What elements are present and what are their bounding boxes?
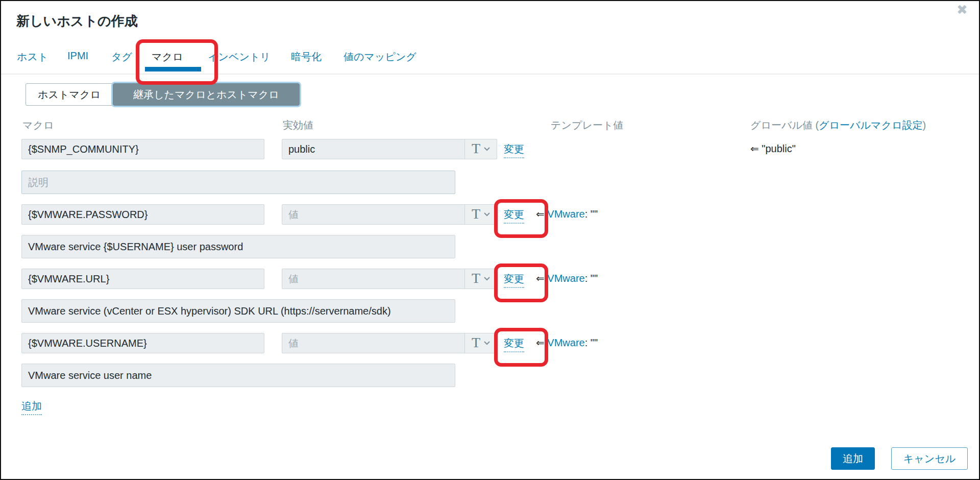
template-arrow: ⇐ bbox=[536, 337, 545, 348]
global-arrow: ⇐ bbox=[750, 143, 759, 154]
column-header-macro: マクロ bbox=[22, 118, 54, 132]
global-value-label: グローバル値 ( bbox=[750, 119, 819, 131]
column-header-global-value: グローバル値 (グローバルマクロ設定) bbox=[750, 118, 926, 132]
page-title: 新しいホストの作成 bbox=[16, 12, 138, 30]
template-vmware-link[interactable]: VMware bbox=[547, 208, 584, 220]
macro-name-input[interactable] bbox=[21, 333, 264, 353]
value-type-dropdown[interactable]: T bbox=[464, 205, 497, 224]
global-value-label-close: ) bbox=[922, 119, 926, 131]
chevron-down-icon bbox=[484, 277, 490, 281]
template-empty-value: : "" bbox=[585, 273, 598, 284]
macro-description-input[interactable]: VMware service user name bbox=[21, 364, 455, 387]
tab-tags[interactable]: タグ bbox=[111, 50, 132, 64]
tab-inventory[interactable]: インベントリ bbox=[208, 50, 271, 64]
tab-host[interactable]: ホスト bbox=[17, 50, 48, 64]
change-link[interactable]: 変更 bbox=[504, 337, 524, 352]
active-tab-indicator bbox=[145, 67, 201, 71]
toggle-host-macros[interactable]: ホストマクロ bbox=[26, 83, 113, 106]
add-macro-link[interactable]: 追加 bbox=[21, 399, 42, 415]
template-arrow: ⇐ bbox=[536, 208, 545, 220]
text-type-icon: T bbox=[472, 271, 480, 285]
chevron-down-icon bbox=[484, 341, 490, 345]
tab-ipmi[interactable]: IPMI bbox=[67, 50, 88, 62]
macro-description-input[interactable]: VMware service (vCenter or ESX hyperviso… bbox=[21, 299, 455, 323]
template-arrow: ⇐ bbox=[536, 273, 545, 284]
tab-separator bbox=[1, 74, 979, 75]
macro-value-input[interactable] bbox=[282, 139, 464, 159]
change-link[interactable]: 変更 bbox=[504, 142, 524, 158]
macro-value-group: T bbox=[282, 269, 497, 289]
text-type-icon: T bbox=[472, 335, 480, 350]
chevron-down-icon bbox=[484, 212, 490, 217]
close-icon[interactable]: ✖ bbox=[957, 2, 968, 18]
tab-value-mapping[interactable]: 値のマッピング bbox=[344, 50, 416, 64]
macro-value-group: T bbox=[282, 139, 497, 159]
global-quoted-value: "public" bbox=[762, 143, 795, 154]
toggle-inherited-macros[interactable]: 継承したマクロとホストマクロ bbox=[113, 83, 300, 106]
create-host-dialog: ✖ 新しいホストの作成 ホスト IPMI タグ マクロ インベントリ 暗号化 値… bbox=[0, 0, 980, 480]
macro-name-input[interactable] bbox=[21, 269, 264, 289]
macro-description-input[interactable] bbox=[21, 171, 455, 194]
template-vmware-link[interactable]: VMware bbox=[547, 273, 584, 284]
macro-value-input[interactable] bbox=[282, 205, 464, 224]
value-type-dropdown[interactable]: T bbox=[464, 139, 497, 159]
value-type-dropdown[interactable]: T bbox=[464, 269, 497, 289]
global-macro-settings-link[interactable]: グローバルマクロ設定 bbox=[819, 119, 922, 131]
tab-encryption[interactable]: 暗号化 bbox=[291, 50, 322, 64]
template-empty-value: : "" bbox=[585, 337, 598, 348]
template-value-text: ⇐ VMware: "" bbox=[536, 337, 598, 349]
macro-value-input[interactable] bbox=[282, 269, 464, 289]
text-type-icon: T bbox=[472, 207, 480, 221]
add-button[interactable]: 追加 bbox=[831, 447, 875, 470]
chevron-down-icon bbox=[484, 147, 490, 151]
change-link[interactable]: 変更 bbox=[504, 208, 524, 224]
tab-macros[interactable]: マクロ bbox=[152, 50, 183, 64]
template-empty-value: : "" bbox=[585, 208, 598, 220]
text-type-icon: T bbox=[472, 141, 480, 156]
template-value-text: ⇐ VMware: "" bbox=[536, 272, 598, 284]
macro-name-input[interactable] bbox=[21, 204, 264, 225]
column-header-template-value: テンプレート値 bbox=[551, 118, 623, 132]
macro-value-input[interactable] bbox=[282, 333, 464, 353]
template-value-text: ⇐ VMware: "" bbox=[536, 208, 598, 220]
macro-value-group: T bbox=[282, 333, 497, 353]
macro-description-input[interactable]: VMware service {$USERNAME} user password bbox=[21, 235, 455, 258]
value-type-dropdown[interactable]: T bbox=[464, 333, 497, 353]
column-header-effective-value: 実効値 bbox=[283, 118, 313, 132]
cancel-button[interactable]: キャンセル bbox=[891, 447, 968, 470]
change-link[interactable]: 変更 bbox=[504, 272, 524, 288]
macro-name-input[interactable] bbox=[21, 139, 264, 159]
global-value-text: ⇐ "public" bbox=[750, 142, 796, 155]
macro-value-group: T bbox=[282, 204, 497, 225]
template-vmware-link[interactable]: VMware bbox=[547, 337, 584, 348]
